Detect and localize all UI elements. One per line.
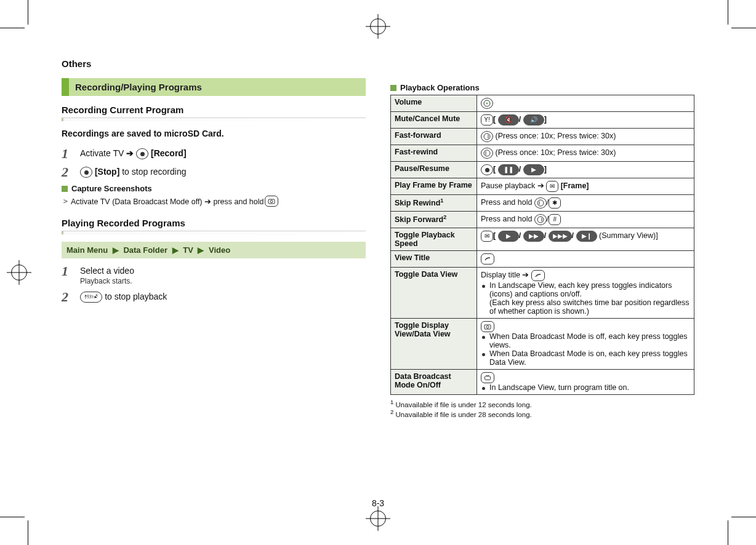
center-key-icon [136,148,148,159]
step-body: Select a video Playback starts. [80,265,134,285]
svg-point-7 [537,217,544,223]
bullet-item: In Landscape View, each key press toggle… [481,281,690,316]
subheading-text: Playback Operations [400,83,480,92]
subheading-text: Capture Screenshots [71,184,152,193]
step-text: to stop recording [122,167,186,177]
clear-key-icon: ｸﾘｱ/⏎ [80,292,102,303]
heading-recording: Recording Current Program [62,105,366,115]
square-bullet-icon [62,186,68,192]
svg-point-9 [486,326,489,328]
tv-key-icon [481,372,494,383]
svg-point-6 [537,200,544,206]
op-value [477,95,694,112]
op-value: Press and hold /✱ [477,195,694,212]
bullet-item: In Landscape View, turn program title on… [481,383,690,392]
step-number: 2 [62,290,71,304]
op-value: (Press once: 10x; Press twice: 30x) [477,129,694,145]
op-label: Data Broadcast Mode On/Off [391,370,477,395]
op-label: Play Frame by Frame [391,178,477,195]
camera-key-icon [481,321,494,332]
footnotes: 1 Unavailable if file is under 12 second… [390,399,694,418]
step-text: to stop playback [105,292,167,301]
nav-key-icon [481,98,493,109]
op-value: When Data Broadcast Mode is off, each ke… [477,319,694,370]
pause-icon: ❚❚ [498,164,519,175]
table-row: Data Broadcast Mode On/Off In Landscape … [391,370,694,395]
camera-key-icon [265,196,278,207]
op-text: Press and hold [481,215,534,223]
page-header: Others [62,58,694,69]
center-key-icon [80,167,92,178]
subheading-capture: Capture Screenshots [62,184,366,193]
step-action: [Stop] [95,167,119,177]
section-banner: Recording/Playing Programs [62,78,366,96]
right-column: Playback Operations Volume Mute/Cancel M… [390,78,694,418]
sound-icon: 🔊 [523,114,544,125]
step-2b: 2 ｸﾘｱ/⏎ to stop playback [62,290,366,304]
op-label: Fast-rewind [391,145,477,162]
table-row: Skip Rewind1 Press and hold /✱ [391,195,694,212]
bullet-item: When Data Broadcast Mode is on, each key… [481,349,690,367]
menu-path: Main Menu ▶ Data Folder ▶ TV ▶ Video [62,242,366,258]
step-1a: 1 Activate TV ➔ [Record] [62,147,366,161]
hash-key-icon: # [549,214,561,225]
op-label: Volume [391,95,477,112]
chevron-icon: ▶ [170,245,181,255]
playback-operations-table: Volume Mute/Cancel Mute Y![ 🔇/ 🔊] Fast-f… [390,95,694,395]
fast-icon: ▶▶ [523,231,544,242]
left-column: Recording/Playing Programs Recording Cur… [62,78,366,418]
op-value: In Landscape View, turn program title on… [477,370,694,395]
op-value: Display title ➔ In Landscape View, each … [477,268,694,319]
table-row: Toggle Playback Speed ✉[ ▶/ ▶▶/ ▶▶▶/ ▶❙ … [391,228,694,251]
summary-icon: ▶❙ [576,231,597,242]
op-value: [ ❚❚/ ▶] [477,162,694,178]
call-key-icon [481,253,494,265]
svg-point-4 [484,133,490,140]
left-key-icon [534,197,547,209]
op-label: Toggle Playback Speed [391,228,477,251]
right-key-icon [481,131,493,142]
center-key-icon [481,164,493,175]
table-row: Fast-rewind (Press once: 10x; Press twic… [391,145,694,162]
op-label: Toggle Data View [391,268,477,319]
capture-line: ＞ Activate TV (Data Broadcast Mode off) … [62,196,366,207]
step-body: Activate TV ➔ [Record] [80,147,187,159]
chevron-icon: ▶ [195,245,206,255]
menu-item: TV [183,245,193,255]
table-row: Volume [391,95,694,112]
step-number: 1 [62,147,71,161]
op-action: [Frame] [561,181,589,190]
star-key-icon: ✱ [549,197,561,209]
op-value: Press and hold /# [477,212,694,228]
soft-key-icon: Y! [481,114,493,125]
banner-accent [62,78,69,96]
mute-icon: 🔇 [498,114,519,125]
arrow-icon: ➔ [126,148,134,158]
op-text: (Press once: 10x; Press twice: 30x) [495,132,616,140]
op-value: (Press once: 10x; Press twice: 30x) [477,145,694,162]
step-number: 2 [62,165,71,179]
faster-icon: ▶▶▶ [549,231,572,242]
op-text: Press and hold [481,198,534,207]
op-text: (Summary View)] [599,231,658,240]
svg-rect-10 [485,376,491,380]
op-value [477,251,694,268]
heading-underline [62,231,366,234]
subheading-playback-ops: Playback Operations [390,83,694,92]
op-text: Display title ➔ [481,271,531,279]
op-value: Y![ 🔇/ 🔊] [477,112,694,129]
call-key-icon [531,270,545,281]
table-row: Mute/Cancel Mute Y![ 🔇/ 🔊] [391,112,694,129]
table-row: Toggle Data View Display title ➔ In Land… [391,268,694,319]
play-icon: ▶ [523,164,544,175]
chevron-icon: ▶ [110,245,121,255]
table-row: Pause/Resume [ ❚❚/ ▶] [391,162,694,178]
menu-item: Data Folder [123,245,167,255]
op-label: Skip Forward2 [391,212,477,228]
step-text: Select a video [80,266,134,276]
left-key-icon [481,148,493,159]
heading-underline [62,117,366,121]
note-microsd: Recordings are saved to microSD Card. [62,129,366,138]
op-label: Fast-forward [391,129,477,145]
step-subtext: Playback starts. [80,277,134,285]
